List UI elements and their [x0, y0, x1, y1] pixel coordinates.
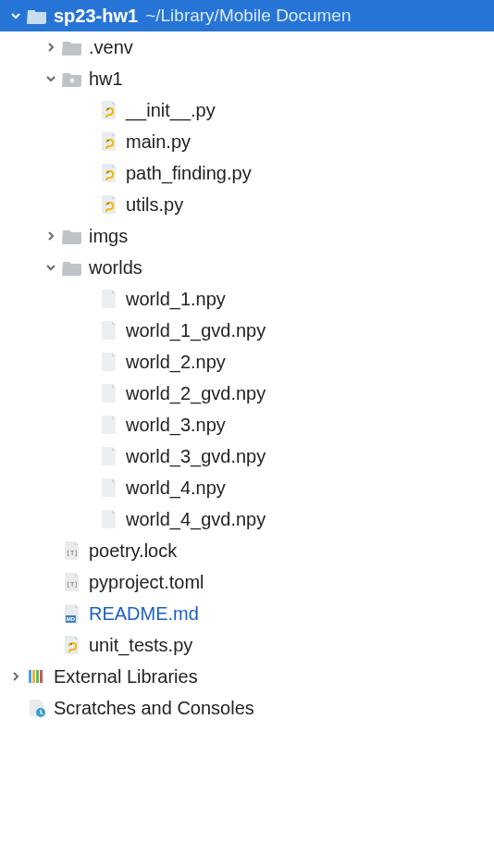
package-folder-icon — [61, 68, 83, 90]
project-path-hint: ~/Library/Mobile Documen — [145, 6, 351, 26]
toml-file-icon: [T] — [61, 571, 83, 593]
library-icon — [26, 665, 48, 688]
svg-point-4 — [107, 203, 109, 205]
chevron-right-icon[interactable] — [6, 671, 26, 682]
generic-file-icon — [98, 414, 120, 436]
file-label: world_2_gvd.npy — [126, 383, 266, 404]
file-label: world_3.npy — [126, 415, 226, 436]
chevron-right-icon[interactable] — [41, 230, 61, 242]
tree-row-file[interactable]: world_1_gvd.npy — [0, 315, 494, 346]
chevron-down-icon[interactable] — [41, 73, 61, 84]
tree-row-file[interactable]: world_4.npy — [0, 472, 494, 503]
folder-icon — [61, 256, 83, 279]
chevron-down-icon[interactable] — [41, 262, 61, 273]
svg-text:[T]: [T] — [67, 550, 79, 557]
file-label: path_finding.py — [126, 163, 252, 184]
tree-row-file[interactable]: __init__.py — [0, 94, 494, 126]
tree-row-file[interactable]: main.py — [0, 126, 494, 157]
python-file-icon — [98, 99, 120, 121]
tree-row-file[interactable]: world_4_gvd.npy — [0, 503, 494, 535]
generic-file-icon — [98, 319, 120, 341]
svg-text:[T]: [T] — [67, 581, 79, 589]
tree-row-file[interactable]: [T] pyproject.toml — [0, 566, 494, 598]
file-label: world_2.npy — [126, 352, 226, 373]
generic-file-icon — [98, 508, 120, 530]
file-label: world_4.npy — [126, 477, 226, 499]
tree-row-project-root[interactable]: sp23-hw1 ~/Library/Mobile Documen — [0, 0, 494, 31]
markdown-file-icon: MD — [61, 602, 83, 625]
tree-row-file[interactable]: [T] poetry.lock — [0, 535, 494, 566]
toml-file-icon: [T] — [61, 539, 83, 562]
tree-row-file[interactable]: path_finding.py — [0, 157, 494, 189]
tree-row-file[interactable]: world_3_gvd.npy — [0, 440, 494, 472]
chevron-down-icon[interactable] — [6, 10, 26, 21]
svg-point-9 — [70, 643, 72, 645]
svg-rect-10 — [29, 670, 31, 683]
svg-point-1 — [107, 108, 109, 110]
python-file-icon — [98, 193, 120, 216]
generic-file-icon — [98, 477, 120, 499]
svg-rect-12 — [36, 670, 39, 683]
python-file-icon — [98, 162, 120, 184]
python-file-icon — [98, 130, 120, 153]
project-tree: sp23-hw1 ~/Library/Mobile Documen .venv … — [0, 0, 494, 724]
tree-row-file[interactable]: world_2_gvd.npy — [0, 378, 494, 409]
generic-file-icon — [98, 445, 120, 467]
tree-row-hw1[interactable]: hw1 — [0, 63, 494, 94]
tree-row-file[interactable]: utils.py — [0, 189, 494, 220]
file-label: pyproject.toml — [89, 572, 204, 593]
generic-file-icon — [98, 382, 120, 404]
root-label: Scratches and Consoles — [54, 698, 254, 719]
folder-icon — [61, 36, 83, 58]
file-label: poetry.lock — [89, 540, 177, 562]
svg-rect-13 — [40, 670, 43, 683]
svg-text:MD: MD — [67, 616, 76, 622]
tree-row-file[interactable]: unit_tests.py — [0, 629, 494, 661]
folder-label: .venv — [89, 37, 133, 58]
file-label: __init__.py — [126, 100, 216, 121]
svg-point-0 — [70, 79, 74, 82]
chevron-right-icon[interactable] — [41, 42, 61, 53]
file-label: world_4_gvd.npy — [126, 509, 266, 530]
tree-row-file[interactable]: world_2.npy — [0, 346, 494, 378]
file-label: unit_tests.py — [89, 635, 192, 656]
python-file-icon — [61, 634, 83, 656]
folder-label: imgs — [89, 226, 128, 247]
svg-rect-11 — [32, 670, 35, 683]
file-label: world_3_gvd.npy — [126, 446, 266, 467]
tree-row-file[interactable]: world_3.npy — [0, 409, 494, 440]
tree-row-imgs[interactable]: imgs — [0, 220, 494, 252]
generic-file-icon — [98, 288, 120, 310]
file-label: world_1.npy — [126, 289, 226, 310]
file-label: main.py — [126, 131, 191, 153]
generic-file-icon — [98, 351, 120, 373]
folder-label: worlds — [89, 257, 142, 279]
folder-icon — [26, 5, 48, 27]
folder-icon — [61, 225, 83, 247]
scratches-icon — [26, 697, 48, 719]
project-name: sp23-hw1 — [54, 6, 138, 27]
file-label: utils.py — [126, 194, 183, 216]
root-label: External Libraries — [54, 666, 198, 688]
file-label: world_1_gvd.npy — [126, 320, 266, 341]
tree-row-scratches[interactable]: Scratches and Consoles — [0, 692, 494, 724]
tree-row-file[interactable]: world_1.npy — [0, 283, 494, 315]
tree-row-readme[interactable]: MD README.md — [0, 598, 494, 629]
tree-row-venv[interactable]: .venv — [0, 31, 494, 63]
tree-row-external-libraries[interactable]: External Libraries — [0, 661, 494, 692]
tree-row-worlds[interactable]: worlds — [0, 252, 494, 283]
svg-point-2 — [107, 140, 109, 142]
svg-point-3 — [107, 171, 109, 173]
file-label: README.md — [89, 603, 199, 625]
folder-label: hw1 — [89, 68, 123, 90]
